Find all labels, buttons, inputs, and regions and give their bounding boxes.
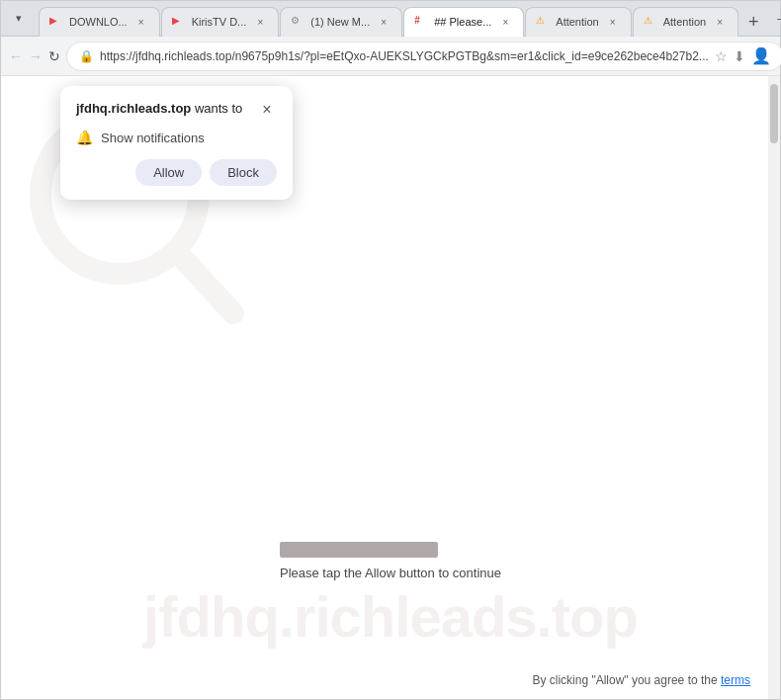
- tab-5-favicon: ⚠: [536, 15, 550, 29]
- tab-4-title: ## Please...: [434, 16, 491, 28]
- tab-2-favicon: ▶: [172, 15, 186, 29]
- refresh-button[interactable]: ↻: [48, 43, 60, 70]
- progress-container: Please tap the Allow button to continue: [280, 542, 501, 580]
- tab-3[interactable]: ⚙ (1) New M... ×: [280, 7, 402, 37]
- close-icon: ×: [262, 101, 271, 119]
- tab-3-favicon: ⚙: [291, 15, 304, 29]
- refresh-icon: ↻: [48, 48, 60, 64]
- tab-2-title: KirisTV D...: [192, 16, 247, 28]
- progress-text: Please tap the Allow button to continue: [280, 566, 501, 580]
- tab-5-close[interactable]: ×: [605, 14, 621, 30]
- minimize-button[interactable]: —: [771, 7, 781, 31]
- allow-button[interactable]: Allow: [135, 159, 202, 186]
- page-content: jfdhq.richleads.top Please tap the Allow…: [1, 76, 780, 699]
- terms-prefix: By clicking "Allow" you agree to the: [532, 673, 721, 687]
- tab-list-button[interactable]: ▾: [9, 9, 29, 29]
- bottom-terms-bar: By clicking "Allow" you agree to the ter…: [532, 673, 750, 687]
- watermark-domain-text: jfdhq.richleads.top: [143, 583, 638, 650]
- profile-icon[interactable]: 👤: [751, 46, 771, 65]
- bookmark-icon[interactable]: ☆: [715, 48, 728, 64]
- tab-6[interactable]: ⚠ Attention ×: [633, 7, 738, 37]
- popup-buttons: Allow Block: [76, 159, 277, 186]
- notification-label: Show notifications: [101, 131, 205, 145]
- lock-icon: 🔒: [79, 49, 94, 63]
- tab-6-close[interactable]: ×: [712, 14, 728, 30]
- tab-1-title: DOWNLO...: [69, 16, 128, 28]
- url-text: https://jfdhq.richleads.top/n9675p9h1s/?…: [100, 49, 709, 63]
- browser-window: ▾ ▶ DOWNLO... × ▶ KirisTV D... × ⚙ (1) N…: [0, 0, 781, 700]
- address-bar[interactable]: 🔒 https://jfdhq.richleads.top/n9675p9h1s…: [66, 42, 781, 71]
- forward-icon: →: [29, 48, 43, 64]
- forward-button[interactable]: →: [29, 43, 43, 70]
- terms-link[interactable]: terms: [721, 673, 750, 687]
- tab-6-favicon: ⚠: [644, 15, 657, 29]
- tab-6-title: Attention: [663, 16, 706, 28]
- tab-5[interactable]: ⚠ Attention ×: [525, 7, 631, 37]
- tabs-bar: ▶ DOWNLO... × ▶ KirisTV D... × ⚙ (1) New…: [39, 1, 767, 37]
- popup-close-button[interactable]: ×: [257, 100, 277, 120]
- popup-notification-row: 🔔 Show notifications: [76, 130, 277, 145]
- scrollbar-thumb[interactable]: [770, 84, 778, 143]
- title-bar: ▾ ▶ DOWNLO... × ▶ KirisTV D... × ⚙ (1) N…: [1, 1, 780, 37]
- back-button[interactable]: ←: [9, 43, 23, 70]
- window-controls: ▾: [9, 9, 29, 29]
- download-icon[interactable]: ⬇: [734, 48, 745, 64]
- progress-fill: [280, 542, 438, 558]
- tab-4[interactable]: # ## Please... ×: [403, 7, 524, 37]
- bell-icon: 🔔: [76, 130, 93, 145]
- back-icon: ←: [9, 48, 23, 64]
- popup-title-suffix: wants to: [191, 101, 242, 116]
- tab-1-close[interactable]: ×: [133, 14, 149, 30]
- tab-2-close[interactable]: ×: [252, 14, 268, 30]
- progress-bar: [280, 542, 438, 558]
- popup-domain: jfdhq.richleads.top: [76, 101, 191, 116]
- popup-title: jfdhq.richleads.top wants to: [76, 100, 242, 118]
- svg-line-1: [179, 254, 233, 313]
- tab-3-close[interactable]: ×: [376, 14, 391, 30]
- tab-5-title: Attention: [556, 16, 598, 28]
- new-tab-button[interactable]: +: [739, 9, 767, 37]
- tab-1-favicon: ▶: [49, 15, 63, 29]
- tab-4-close[interactable]: ×: [497, 14, 513, 30]
- scrollbar[interactable]: [768, 76, 780, 699]
- nav-bar: ← → ↻ 🔒 https://jfdhq.richleads.top/n967…: [1, 37, 780, 76]
- tab-2[interactable]: ▶ KirisTV D... ×: [161, 7, 280, 37]
- block-button[interactable]: Block: [210, 159, 277, 186]
- notification-popup: jfdhq.richleads.top wants to × 🔔 Show no…: [60, 86, 293, 200]
- tab-1[interactable]: ▶ DOWNLO... ×: [39, 7, 160, 37]
- tab-4-favicon: #: [414, 15, 428, 29]
- tab-3-title: (1) New M...: [310, 16, 370, 28]
- popup-header: jfdhq.richleads.top wants to ×: [76, 100, 277, 120]
